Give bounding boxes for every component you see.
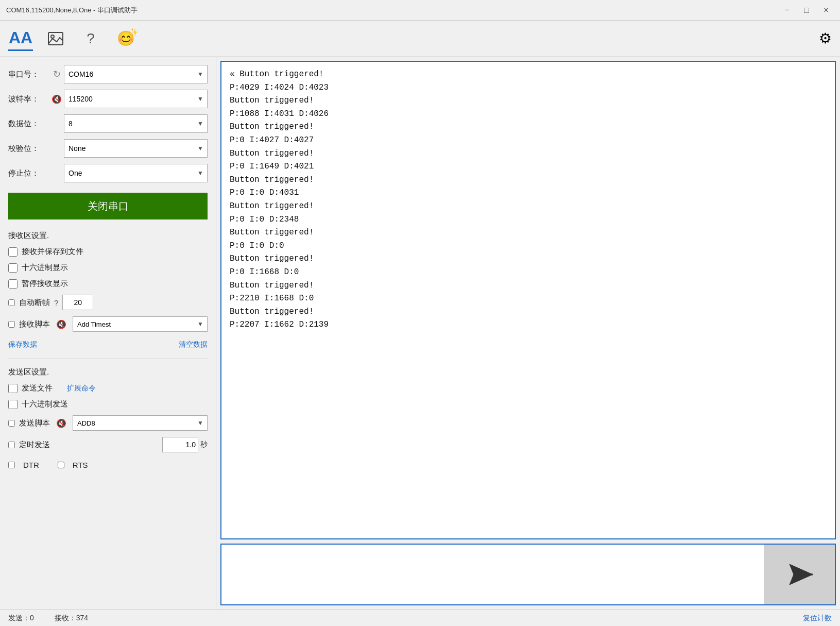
title-controls: － □ × bbox=[779, 4, 834, 17]
save-to-file-checkbox[interactable] bbox=[8, 247, 18, 257]
receive-script-select-wrapper: Add Timest None ▼ bbox=[73, 316, 208, 332]
pause-receive-label: 暂停接收显示 bbox=[22, 279, 68, 289]
clear-data-link[interactable]: 清空数据 bbox=[179, 340, 208, 349]
send-script-select-wrapper: ADD8 None ▼ bbox=[73, 415, 208, 431]
hex-send-checkbox[interactable] bbox=[8, 400, 18, 409]
refresh-icon[interactable]: ↻ bbox=[49, 69, 64, 80]
send-script-checkbox[interactable] bbox=[8, 420, 15, 427]
port-select-wrapper: COM16 COM1 COM2 ▼ bbox=[64, 65, 208, 83]
stop-bits-label: 停止位： bbox=[8, 168, 49, 178]
hex-display-row: 十六进制显示 bbox=[8, 263, 208, 273]
settings-button[interactable]: ⚙ bbox=[819, 30, 832, 47]
close-port-button[interactable]: 关闭串口 bbox=[8, 193, 208, 219]
auto-break-row: 自动断帧 ? bbox=[8, 295, 208, 310]
data-bits-select[interactable]: 8 7 6 bbox=[64, 114, 208, 133]
title-text: COM16,115200,None,8,One - 串口调试助手 bbox=[6, 6, 779, 15]
main-content: 串口号： ↻ COM16 COM1 COM2 ▼ 波特率： 🔇 115200 9… bbox=[0, 57, 840, 610]
send-icon bbox=[784, 559, 815, 590]
baud-row: 波特率： 🔇 115200 9600 38400 ▼ bbox=[8, 90, 208, 108]
pause-receive-row: 暂停接收显示 bbox=[8, 279, 208, 289]
parity-select[interactable]: None Even Odd bbox=[64, 139, 208, 158]
minimize-button[interactable]: － bbox=[779, 4, 795, 17]
stop-bits-select[interactable]: One Two OnePointFive bbox=[64, 164, 208, 182]
dtr-label: DTR bbox=[23, 461, 39, 469]
baud-select[interactable]: 115200 9600 38400 bbox=[64, 90, 208, 108]
parity-row: 校验位： None Even Odd ▼ bbox=[8, 139, 208, 158]
timer-input-area: 秒 bbox=[162, 437, 208, 452]
port-row: 串口号： ↻ COM16 COM1 COM2 ▼ bbox=[8, 65, 208, 83]
receive-area: « Button triggered! P:4029 I:4024 D:4023… bbox=[220, 61, 836, 539]
toolbar-right: ⚙ bbox=[819, 30, 832, 47]
status-bar: 发送：0 接收：374 复位计数 bbox=[0, 610, 840, 626]
send-script-mute-icon[interactable]: 🔇 bbox=[56, 418, 66, 428]
svg-point-1 bbox=[51, 35, 54, 38]
timer-send-row: 定时发送 秒 bbox=[8, 437, 208, 452]
pause-receive-checkbox[interactable] bbox=[8, 279, 18, 289]
save-to-file-label: 接收并保存到文件 bbox=[22, 247, 83, 257]
auto-break-help-icon[interactable]: ? bbox=[54, 298, 58, 307]
emoji-button[interactable]: 😊 ✨ bbox=[113, 26, 138, 51]
baud-select-wrapper: 115200 9600 38400 ▼ bbox=[64, 90, 208, 108]
auto-break-input[interactable] bbox=[62, 295, 93, 310]
send-file-checkbox[interactable] bbox=[8, 384, 18, 393]
maximize-button[interactable]: □ bbox=[799, 4, 814, 17]
receive-script-checkbox[interactable] bbox=[8, 321, 15, 328]
reset-count-link[interactable]: 复位计数 bbox=[803, 614, 832, 623]
auto-break-label: 自动断帧 bbox=[19, 298, 50, 308]
hex-send-row: 十六进制发送 bbox=[8, 399, 208, 409]
save-to-file-row: 接收并保存到文件 bbox=[8, 247, 208, 257]
stop-bits-row: 停止位： One Two OnePointFive ▼ bbox=[8, 164, 208, 182]
hex-display-label: 十六进制显示 bbox=[22, 263, 68, 273]
rts-checkbox[interactable] bbox=[58, 462, 64, 468]
send-count-label: 发送：0 bbox=[8, 614, 34, 623]
hex-send-label: 十六进制发送 bbox=[22, 399, 68, 409]
save-data-link[interactable]: 保存数据 bbox=[8, 340, 37, 349]
parity-select-wrapper: None Even Odd ▼ bbox=[64, 139, 208, 158]
toolbar: AA ? 😊 ✨ ⚙ bbox=[0, 21, 840, 57]
image-button[interactable] bbox=[43, 26, 68, 51]
hex-display-checkbox[interactable] bbox=[8, 263, 18, 273]
receive-script-select[interactable]: Add Timest None bbox=[73, 316, 208, 332]
section-divider bbox=[8, 359, 208, 359]
receive-settings-title: 接收区设置. bbox=[8, 231, 208, 241]
sec-label: 秒 bbox=[200, 440, 208, 449]
rts-label: RTS bbox=[73, 461, 88, 469]
timer-input[interactable] bbox=[162, 437, 198, 452]
mute-icon[interactable]: 🔇 bbox=[49, 94, 64, 104]
send-area-container bbox=[220, 544, 836, 605]
link-row: 保存数据 清空数据 bbox=[8, 340, 208, 349]
parity-label: 校验位： bbox=[8, 144, 49, 154]
close-button[interactable]: × bbox=[818, 4, 834, 17]
receive-count-label: 接收：374 bbox=[55, 614, 88, 623]
data-select-wrapper: 8 7 6 ▼ bbox=[64, 114, 208, 133]
baud-label: 波特率： bbox=[8, 94, 49, 104]
receive-script-row: 接收脚本 🔇 Add Timest None ▼ bbox=[8, 316, 208, 332]
send-file-row: 发送文件 扩展命令 bbox=[8, 383, 208, 393]
port-label: 串口号： bbox=[8, 70, 49, 79]
receive-script-mute-icon[interactable]: 🔇 bbox=[56, 319, 66, 329]
font-button[interactable]: AA bbox=[8, 26, 33, 51]
send-script-label: 发送脚本 bbox=[19, 418, 50, 428]
timer-send-checkbox[interactable] bbox=[8, 442, 15, 448]
stop-select-wrapper: One Two OnePointFive ▼ bbox=[64, 164, 208, 182]
title-bar: COM16,115200,None,8,One - 串口调试助手 － □ × bbox=[0, 0, 840, 21]
expand-cmd-link[interactable]: 扩展命令 bbox=[67, 384, 96, 393]
send-file-label: 发送文件 bbox=[22, 383, 53, 393]
dtr-checkbox[interactable] bbox=[8, 462, 15, 468]
send-textarea[interactable] bbox=[220, 544, 764, 605]
timer-input-wrapper bbox=[162, 437, 198, 452]
send-button[interactable] bbox=[764, 544, 836, 605]
left-panel: 串口号： ↻ COM16 COM1 COM2 ▼ 波特率： 🔇 115200 9… bbox=[0, 57, 216, 610]
data-bits-label: 数据位： bbox=[8, 119, 49, 129]
receive-script-label: 接收脚本 bbox=[19, 319, 50, 329]
help-button[interactable]: ? bbox=[78, 26, 103, 51]
send-settings-title: 发送区设置. bbox=[8, 367, 208, 377]
data-bits-row: 数据位： 8 7 6 ▼ bbox=[8, 114, 208, 133]
send-script-select[interactable]: ADD8 None bbox=[73, 415, 208, 431]
timer-send-label: 定时发送 bbox=[19, 440, 50, 450]
dtr-rts-row: DTR RTS bbox=[8, 461, 208, 469]
right-panel: « Button triggered! P:4029 I:4024 D:4023… bbox=[216, 57, 840, 610]
auto-break-checkbox[interactable] bbox=[8, 299, 15, 306]
send-script-row: 发送脚本 🔇 ADD8 None ▼ bbox=[8, 415, 208, 431]
port-select[interactable]: COM16 COM1 COM2 bbox=[64, 65, 208, 83]
